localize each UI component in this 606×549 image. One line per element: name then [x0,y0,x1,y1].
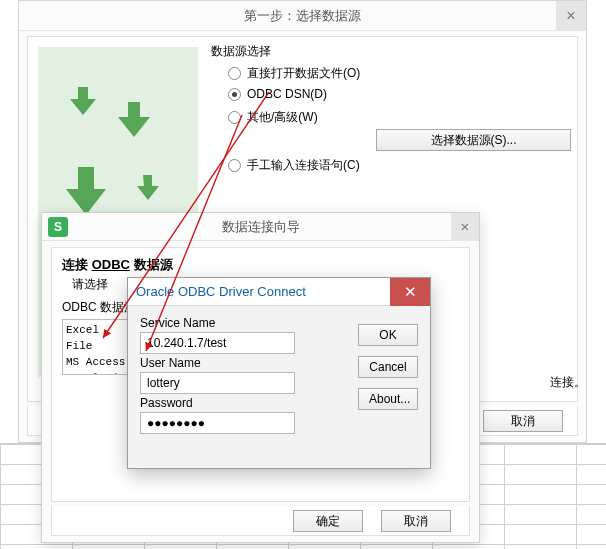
oracle-connect-dialog: Oracle ODBC Driver Connect ✕ Service Nam… [127,277,431,469]
close-icon[interactable]: × [451,213,479,241]
odbc-data-source-list[interactable]: Excel File MS Access oracle in [62,319,132,375]
radio-label: ODBC DSN(D) [247,87,327,101]
heading-underline: ODBC [92,257,130,272]
cancel-button[interactable]: 取消 [483,410,563,432]
service-name-input[interactable] [140,332,295,354]
list-item[interactable]: oracle in [66,370,128,375]
app-badge-icon: S [48,217,68,237]
group-label: 数据源选择 [211,43,271,60]
radio-other-advanced[interactable]: 其他/高级(W) [228,109,318,126]
radio-icon [228,88,241,101]
wizard-titlebar: S 数据连接向导 × [42,213,479,241]
wizard-heading: 连接 ODBC 数据源 [62,256,459,274]
user-name-input[interactable] [140,372,295,394]
radio-icon [228,67,241,80]
cancel-button[interactable]: 取消 [381,510,451,532]
password-input[interactable] [140,412,295,434]
close-icon[interactable]: ✕ [390,278,430,306]
radio-label: 手工输入连接语句(C) [247,157,360,174]
radio-label: 直接打开数据文件(O) [247,65,360,82]
radio-direct-file[interactable]: 直接打开数据文件(O) [228,65,360,82]
wizard-footer: 确定 取消 [51,506,470,536]
ok-button[interactable]: OK [358,324,418,346]
about-button[interactable]: About... [358,388,418,410]
radio-icon [228,111,241,124]
radio-odbc-dsn[interactable]: ODBC DSN(D) [228,87,327,101]
radio-icon [228,159,241,172]
select-data-source-button[interactable]: 选择数据源(S)... [376,129,571,151]
side-hint: 连接。 [550,374,586,391]
cancel-button[interactable]: Cancel [358,356,418,378]
heading-post: 数据源 [130,257,173,272]
radio-manual-connection[interactable]: 手工输入连接语句(C) [228,157,360,174]
heading-pre: 连接 [62,257,92,272]
oracle-title: Oracle ODBC Driver Connect [128,278,430,306]
wizard-title: 数据连接向导 [42,213,479,241]
radio-label: 其他/高级(W) [247,109,318,126]
list-item[interactable]: Excel File [66,322,128,354]
oracle-buttons: OK Cancel About... [358,324,418,410]
list-item[interactable]: MS Access [66,354,128,370]
ok-button[interactable]: 确定 [293,510,363,532]
close-icon[interactable]: × [556,1,586,31]
step1-title: 第一步：选择数据源 [19,1,586,31]
